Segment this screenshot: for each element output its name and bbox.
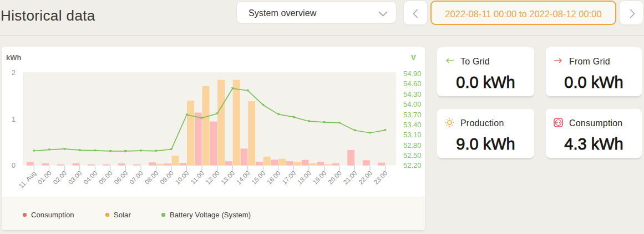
svg-text:11:00: 11:00 bbox=[190, 170, 205, 185]
svg-text:13:00: 13:00 bbox=[220, 170, 236, 186]
svg-text:14:00: 14:00 bbox=[235, 170, 251, 186]
svg-text:08:00: 08:00 bbox=[144, 170, 160, 186]
svg-text:17:00: 17:00 bbox=[281, 170, 297, 186]
svg-text:02:00: 02:00 bbox=[52, 170, 68, 186]
svg-text:16:00: 16:00 bbox=[266, 170, 282, 186]
svg-text:15:00: 15:00 bbox=[250, 170, 266, 186]
svg-text:07:00: 07:00 bbox=[128, 170, 144, 186]
svg-text:11. Aug: 11. Aug bbox=[18, 170, 37, 189]
svg-text:20:00: 20:00 bbox=[327, 170, 343, 186]
svg-text:09:00: 09:00 bbox=[159, 170, 175, 186]
svg-text:03:00: 03:00 bbox=[67, 170, 83, 186]
svg-text:19:00: 19:00 bbox=[312, 170, 328, 186]
svg-text:06:00: 06:00 bbox=[113, 170, 129, 186]
svg-text:05:00: 05:00 bbox=[98, 170, 114, 186]
svg-text:23:00: 23:00 bbox=[373, 170, 389, 186]
svg-text:22:00: 22:00 bbox=[357, 170, 373, 186]
svg-text:01:00: 01:00 bbox=[37, 170, 53, 186]
svg-text:21:00: 21:00 bbox=[342, 170, 358, 186]
svg-text:18:00: 18:00 bbox=[296, 170, 312, 186]
svg-text:10:00: 10:00 bbox=[174, 170, 190, 186]
svg-text:04:00: 04:00 bbox=[82, 170, 98, 186]
svg-text:12:00: 12:00 bbox=[205, 170, 221, 186]
